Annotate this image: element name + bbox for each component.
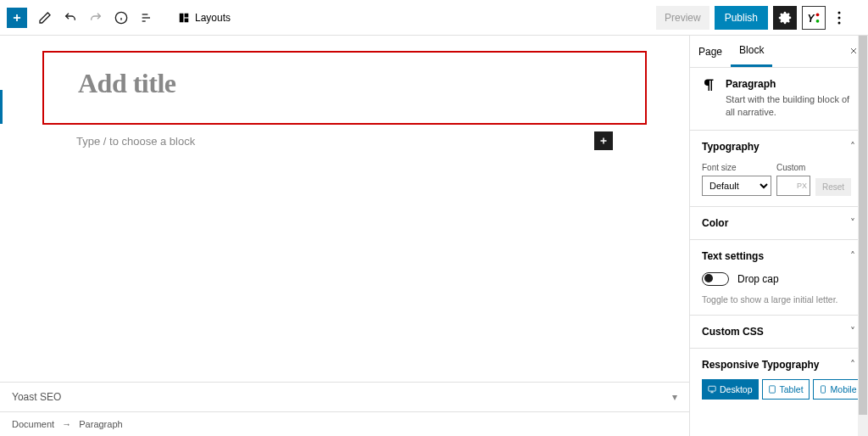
- chevron-up-icon: ˄: [850, 141, 855, 153]
- custom-css-title: Custom CSS: [702, 326, 764, 338]
- svg-point-15: [838, 16, 841, 19]
- tablet-icon: [768, 385, 776, 394]
- drop-cap-label: Drop cap: [737, 273, 779, 285]
- preview-button[interactable]: Preview: [656, 6, 709, 30]
- mobile-icon: [819, 385, 827, 394]
- breadcrumb: Document → Paragraph: [0, 411, 689, 436]
- svg-point-13: [816, 19, 820, 22]
- chevron-up-icon: ˄: [850, 359, 855, 371]
- typography-toggle[interactable]: Typography ˄: [702, 141, 855, 153]
- title-input[interactable]: Add title: [78, 68, 611, 99]
- layouts-button[interactable]: Layouts: [178, 12, 231, 24]
- publish-button[interactable]: Publish: [715, 6, 768, 30]
- svg-rect-10: [185, 18, 189, 22]
- layouts-label: Layouts: [195, 12, 231, 24]
- block-placeholder[interactable]: Type / to choose a block: [76, 135, 594, 148]
- pencil-icon: [38, 11, 52, 25]
- settings-sidebar: Page Block Paragraph Start with the buil…: [690, 36, 868, 436]
- paragraph-icon: [702, 78, 717, 120]
- color-toggle[interactable]: Color ˅: [702, 217, 855, 229]
- sidebar-tabs: Page Block: [690, 36, 867, 68]
- toolbar-right: Preview Publish Y: [656, 6, 861, 30]
- info-icon: [114, 11, 128, 25]
- title-highlight-box: Add title: [42, 51, 647, 125]
- block-info-desc: Start with the building block of all nar…: [726, 93, 855, 120]
- custom-css-section: Custom CSS ˅: [690, 316, 867, 349]
- yoast-seo-panel[interactable]: Yoast SEO ▾: [0, 382, 689, 411]
- plus-icon: [598, 136, 609, 146]
- responsive-typography-toggle[interactable]: Responsive Typography ˄: [702, 359, 855, 371]
- undo-icon: [64, 11, 77, 25]
- yoast-panel-label: Yoast SEO: [12, 391, 61, 403]
- device-tablet-button[interactable]: Tablet: [762, 379, 810, 400]
- add-block-button[interactable]: [7, 8, 27, 28]
- chevron-down-icon: ˅: [850, 326, 855, 338]
- font-size-select[interactable]: Default: [702, 176, 771, 196]
- responsive-title: Responsive Typography: [702, 359, 819, 371]
- chevron-down-icon: ▾: [672, 391, 677, 403]
- responsive-typography-section: Responsive Typography ˄ Desktop Tablet M…: [690, 349, 867, 410]
- edit-tool-button[interactable]: [37, 10, 53, 25]
- block-row: Type / to choose a block: [42, 130, 647, 150]
- toolbar-left: Layouts: [7, 8, 231, 28]
- redo-button[interactable]: [88, 10, 103, 25]
- color-section: Color ˅: [690, 207, 867, 240]
- kebab-icon: [837, 11, 841, 25]
- list-icon: [140, 11, 153, 25]
- chevron-down-icon: ˅: [850, 217, 855, 229]
- custom-css-toggle[interactable]: Custom CSS ˅: [702, 326, 855, 338]
- svg-text:Y: Y: [808, 12, 815, 24]
- inline-add-block-button[interactable]: [594, 131, 613, 150]
- svg-rect-9: [185, 13, 189, 17]
- text-settings-toggle[interactable]: Text settings ˄: [702, 250, 855, 262]
- custom-size-input[interactable]: PX: [776, 176, 810, 196]
- undo-button[interactable]: [63, 10, 78, 25]
- editor-canvas: Add title Type / to choose a block: [0, 36, 689, 382]
- layouts-icon: [178, 12, 190, 24]
- typography-section: Typography ˄ Font size Default Custom PX: [690, 131, 867, 207]
- svg-rect-8: [180, 13, 184, 22]
- plus-icon: [11, 12, 23, 24]
- gear-icon: [778, 11, 792, 25]
- svg-point-14: [838, 11, 841, 14]
- svg-point-12: [816, 13, 820, 16]
- block-info-title: Paragraph: [726, 78, 855, 90]
- scrollbar[interactable]: [858, 36, 868, 436]
- font-size-label: Font size: [702, 163, 771, 172]
- top-toolbar: Layouts Preview Publish Y: [0, 0, 868, 36]
- outline-button[interactable]: [139, 10, 154, 25]
- breadcrumb-document[interactable]: Document: [12, 419, 54, 429]
- device-desktop-button[interactable]: Desktop: [702, 379, 759, 400]
- info-button[interactable]: [114, 10, 129, 25]
- desktop-icon: [708, 385, 716, 394]
- custom-label: Custom: [776, 163, 810, 172]
- tab-page[interactable]: Page: [690, 37, 731, 66]
- text-settings-title: Text settings: [702, 250, 764, 262]
- block-info-section: Paragraph Start with the building block …: [690, 68, 867, 131]
- breadcrumb-current[interactable]: Paragraph: [79, 419, 122, 429]
- main-wrap: Add title Type / to choose a block Yoast…: [0, 36, 868, 436]
- settings-button[interactable]: [773, 6, 797, 30]
- left-edge-indicator: [0, 90, 3, 124]
- yoast-icon: Y: [806, 10, 821, 25]
- svg-point-16: [838, 21, 841, 24]
- chevron-up-icon: ˄: [850, 250, 855, 262]
- device-mobile-button[interactable]: Mobile: [813, 379, 863, 400]
- breadcrumb-arrow: →: [62, 419, 71, 429]
- tab-block[interactable]: Block: [731, 36, 772, 67]
- color-title: Color: [702, 217, 728, 229]
- redo-icon: [89, 11, 103, 25]
- editor-column: Add title Type / to choose a block Yoast…: [0, 36, 690, 436]
- more-options-button[interactable]: [831, 6, 848, 30]
- svg-rect-21: [709, 386, 715, 391]
- text-settings-section: Text settings ˄ Drop cap Toggle to show …: [690, 240, 867, 316]
- reset-button[interactable]: Reset: [815, 178, 851, 196]
- drop-cap-help: Toggle to show a large initial letter.: [702, 294, 855, 305]
- drop-cap-toggle[interactable]: [702, 272, 729, 286]
- typography-title: Typography: [702, 141, 760, 153]
- yoast-button[interactable]: Y: [802, 6, 826, 30]
- scrollbar-thumb[interactable]: [859, 36, 867, 415]
